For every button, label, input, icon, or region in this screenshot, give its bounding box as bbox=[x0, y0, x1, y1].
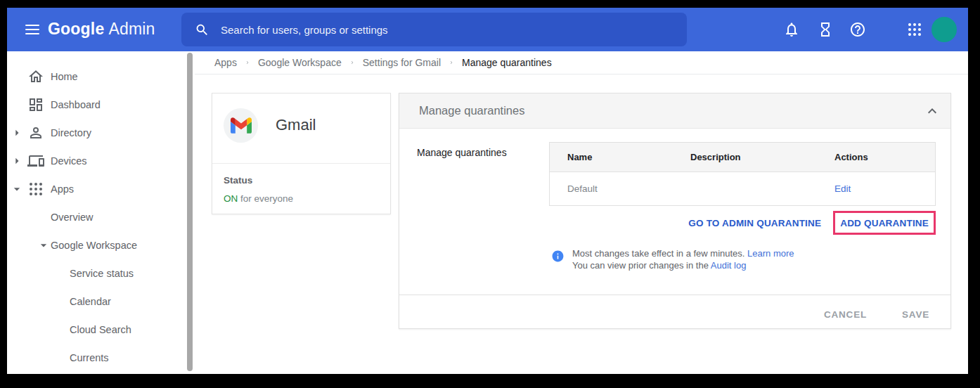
gmail-card-header: Gmail bbox=[212, 93, 390, 164]
breadcrumb-item-settings-for-gmail[interactable]: Settings for Gmail bbox=[363, 57, 441, 68]
sidebar-item-dashboard[interactable]: Dashboard bbox=[7, 91, 195, 119]
sidebar-item-apps[interactable]: Apps bbox=[7, 175, 195, 203]
chevron-down-icon bbox=[10, 182, 24, 196]
google-admin-logo[interactable]: GoogleAdmin bbox=[48, 20, 155, 39]
table-row: DefaultEdit bbox=[550, 172, 935, 205]
sidebar-item-calendar[interactable]: Calendar bbox=[7, 287, 195, 316]
app-title: Gmail bbox=[276, 116, 316, 134]
search-bar[interactable] bbox=[181, 13, 687, 46]
sidebar-item-devices[interactable]: Devices bbox=[7, 147, 195, 175]
info-text: Most changes take effect in a few minute… bbox=[572, 248, 794, 271]
sidebar-item-home[interactable]: Home bbox=[7, 63, 195, 91]
quarantine-name: Default bbox=[550, 183, 673, 194]
sidebar-item-cloud-search[interactable]: Cloud Search bbox=[7, 316, 195, 344]
devices-icon bbox=[27, 153, 44, 169]
top-app-bar: GoogleAdmin bbox=[7, 8, 968, 51]
annotation-highlight-box: ADD QUARANTINE bbox=[833, 211, 936, 235]
avatar[interactable] bbox=[931, 17, 957, 42]
person-icon bbox=[27, 124, 44, 141]
search-icon bbox=[195, 22, 209, 37]
go-to-admin-quarantine-button[interactable]: GO TO ADMIN QUARANTINE bbox=[688, 218, 821, 228]
sidebar-item-label: Directory bbox=[51, 127, 91, 138]
chevron-up-icon[interactable] bbox=[924, 103, 941, 119]
info-line2: You can view prior changes in the bbox=[572, 260, 709, 271]
chevron-right-icon bbox=[349, 58, 355, 67]
info-icon bbox=[551, 250, 565, 263]
sidebar-item-label: Currents bbox=[70, 352, 109, 363]
sidebar-item-label: Dashboard bbox=[51, 99, 101, 110]
sidebar-item-directory[interactable]: Directory bbox=[7, 119, 195, 147]
quarantines-table: NameDescriptionActionsDefaultEdit bbox=[549, 142, 936, 206]
edit-link[interactable]: Edit bbox=[834, 183, 851, 194]
save-button[interactable]: SAVE bbox=[902, 309, 929, 320]
cancel-button[interactable]: CANCEL bbox=[824, 309, 867, 320]
grid-icon[interactable] bbox=[906, 21, 923, 38]
chevron-right-icon bbox=[10, 154, 24, 168]
status-suffix: for everyone bbox=[238, 193, 293, 204]
breadcrumb-item-google-workspace[interactable]: Google Workspace bbox=[258, 57, 342, 68]
sidebar-item-label: Calendar bbox=[70, 296, 111, 307]
app-status-section: Status ON for everyone bbox=[212, 164, 390, 204]
apps-grid-icon bbox=[27, 181, 44, 198]
chevron-right-icon bbox=[449, 58, 454, 67]
info-note: Most changes take effect in a few minute… bbox=[551, 248, 794, 271]
logo-admin: Admin bbox=[108, 20, 155, 38]
gmail-logo-icon bbox=[224, 108, 258, 143]
dashboard-icon bbox=[27, 96, 44, 113]
sidebar-item-label: Service status bbox=[70, 268, 134, 279]
panel-header[interactable]: Manage quarantines bbox=[399, 93, 950, 129]
sidebar-nav: HomeDashboardDirectoryDevicesAppsOvervie… bbox=[7, 51, 195, 374]
status-value: ON for everyone bbox=[224, 193, 379, 204]
manage-quarantines-panel: Manage quarantines Manage quarantines Na… bbox=[399, 93, 951, 329]
main-menu-icon[interactable] bbox=[25, 25, 39, 34]
logo-google: Google bbox=[48, 20, 104, 38]
breadcrumb-item-apps[interactable]: Apps bbox=[214, 57, 237, 68]
sidebar-item-label: Home bbox=[51, 71, 78, 82]
add-quarantine-button[interactable]: ADD QUARANTINE bbox=[840, 218, 929, 228]
info-line1: Most changes take effect in a few minute… bbox=[572, 248, 744, 259]
quarantine-actions: GO TO ADMIN QUARANTINE ADD QUARANTINE bbox=[688, 211, 936, 235]
sidebar-item-label: Cloud Search bbox=[70, 324, 131, 335]
setting-name-label: Manage quarantines bbox=[417, 147, 507, 158]
gmail-app-card: Gmail Status ON for everyone bbox=[212, 93, 391, 214]
breadcrumb: AppsGoogle WorkspaceSettings for GmailMa… bbox=[195, 51, 968, 75]
home-icon bbox=[27, 68, 44, 85]
chevron-right-icon bbox=[10, 126, 24, 140]
sidebar-item-service-status[interactable]: Service status bbox=[7, 259, 195, 287]
table-header-row: NameDescriptionActions bbox=[550, 143, 935, 172]
bell-icon[interactable] bbox=[783, 21, 800, 38]
chevron-right-icon bbox=[245, 58, 250, 67]
sidebar-scrollbar[interactable] bbox=[187, 53, 193, 371]
status-on-badge: ON bbox=[224, 193, 238, 204]
sidebar-item-label: Apps bbox=[51, 183, 74, 195]
search-input[interactable] bbox=[221, 24, 643, 36]
column-header-description: Description bbox=[673, 152, 817, 162]
column-header-name: Name bbox=[550, 152, 673, 162]
audit-log-link[interactable]: Audit log bbox=[711, 260, 747, 271]
sidebar-item-label: Devices bbox=[51, 155, 87, 167]
status-label: Status bbox=[224, 175, 379, 186]
sidebar-item-currents[interactable]: Currents bbox=[7, 344, 195, 372]
chevron-down-icon bbox=[37, 238, 51, 252]
learn-more-link[interactable]: Learn more bbox=[747, 248, 794, 259]
breadcrumb-item-manage-quarantines: Manage quarantines bbox=[462, 57, 552, 68]
column-header-actions: Actions bbox=[817, 152, 935, 162]
panel-footer: CANCEL SAVE bbox=[399, 295, 950, 330]
help-icon[interactable] bbox=[849, 21, 866, 38]
sidebar-item-google-workspace[interactable]: Google Workspace bbox=[7, 231, 195, 259]
sidebar-item-overview[interactable]: Overview bbox=[7, 203, 195, 231]
admin-console-screen: GoogleAdmin HomeDashboardDirectoryDevice… bbox=[7, 8, 968, 374]
sidebar-item-label: Overview bbox=[51, 212, 93, 223]
panel-title: Manage quarantines bbox=[419, 104, 924, 117]
sidebar-item-label: Google Workspace bbox=[51, 240, 137, 251]
hourglass-icon[interactable] bbox=[817, 21, 834, 38]
